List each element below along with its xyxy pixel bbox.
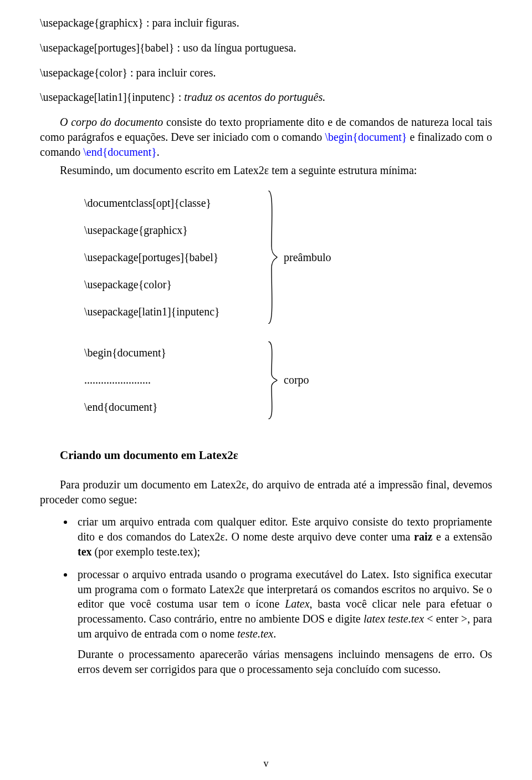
b2-i2: latex teste.tex bbox=[364, 613, 424, 625]
desc-inputenc: \usepackage[latin1]{inputenc} : traduz o… bbox=[40, 90, 492, 105]
procedure-list: criar um arquivo entrada com qualquer ed… bbox=[40, 514, 492, 676]
body-brace bbox=[267, 339, 278, 420]
para-produce: Para produzir um documento em Latex2ε, d… bbox=[40, 477, 492, 507]
desc-graphicx: \usepackage{graphicx} : para incluir fig… bbox=[40, 16, 492, 30]
desc-cmd: \usepackage[portuges]{babel} bbox=[40, 42, 174, 54]
list-item: criar um arquivo entrada com qualquer ed… bbox=[74, 514, 492, 559]
preamble-item: \usepackage{graphicx} bbox=[84, 217, 262, 244]
desc-cmd: \usepackage[latin1]{inputenc} bbox=[40, 91, 176, 103]
b2-t4: . bbox=[273, 628, 276, 640]
desc-text: para incluir figuras. bbox=[152, 17, 239, 29]
body-item: \begin{document} bbox=[84, 339, 262, 366]
structure-diagram: \documentclass[opt]{classe} \usepackage{… bbox=[84, 190, 492, 420]
body-item: ........................ bbox=[84, 366, 262, 394]
desc-cmd: \usepackage{graphicx} bbox=[40, 17, 144, 29]
b1-b1: raiz bbox=[414, 531, 432, 543]
section-heading: Criando um documento em Latex2ε bbox=[60, 447, 492, 463]
desc-text: traduz os acentos do português. bbox=[184, 91, 325, 103]
b1-b2: tex bbox=[78, 546, 92, 558]
desc-text: para incluir cores. bbox=[136, 67, 216, 79]
preamble-brace bbox=[267, 190, 278, 325]
corpo-lead: O corpo do documento bbox=[60, 116, 163, 128]
preamble-item: \documentclass[opt]{classe} bbox=[84, 190, 262, 217]
body-row: \begin{document} .......................… bbox=[84, 339, 492, 420]
desc-sep: : bbox=[127, 67, 136, 79]
desc-sep: : bbox=[176, 91, 185, 103]
preamble-item: \usepackage{color} bbox=[84, 271, 262, 298]
body-label: corpo bbox=[278, 339, 309, 420]
page: \usepackage{graphicx} : para incluir fig… bbox=[0, 0, 532, 780]
desc-text: uso da língua portuguesa. bbox=[183, 42, 296, 54]
brace-icon bbox=[267, 191, 278, 324]
b2-i1: Latex bbox=[285, 598, 309, 610]
b2-sub: Durante o processamento aparecerão vária… bbox=[78, 647, 492, 677]
body-items: \begin{document} .......................… bbox=[84, 339, 267, 420]
corpo-end: \end{document} bbox=[83, 146, 157, 158]
b1-t3: (por exemplo teste.tex); bbox=[92, 546, 201, 558]
para-resumo: Resumindo, um documento escrito em Latex… bbox=[40, 163, 492, 178]
preamble-row: \documentclass[opt]{classe} \usepackage{… bbox=[84, 190, 492, 325]
preamble-item: \usepackage[portuges]{babel} bbox=[84, 244, 262, 271]
b2-i3: teste.tex bbox=[237, 628, 273, 640]
desc-color: \usepackage{color} : para incluir cores. bbox=[40, 65, 492, 80]
para-body-desc: O corpo do documento consiste do texto p… bbox=[40, 115, 492, 159]
list-item: processar o arquivo entrada usando o pro… bbox=[74, 567, 492, 677]
preamble-label: preâmbulo bbox=[278, 190, 331, 325]
corpo-begin: \begin{document} bbox=[325, 131, 407, 143]
preamble-item: \usepackage[latin1]{inputenc} bbox=[84, 298, 262, 325]
desc-sep: : bbox=[174, 42, 183, 54]
body-item: \end{document} bbox=[84, 394, 262, 421]
desc-babel: \usepackage[portuges]{babel} : uso da lí… bbox=[40, 40, 492, 55]
brace-icon bbox=[267, 341, 278, 419]
desc-cmd: \usepackage{color} bbox=[40, 67, 127, 79]
b1-t2: e a extensão bbox=[432, 531, 492, 543]
preamble-items: \documentclass[opt]{classe} \usepackage{… bbox=[84, 190, 267, 325]
desc-sep: : bbox=[144, 17, 152, 29]
corpo-rest3: . bbox=[157, 146, 160, 158]
page-number: v bbox=[0, 757, 532, 770]
